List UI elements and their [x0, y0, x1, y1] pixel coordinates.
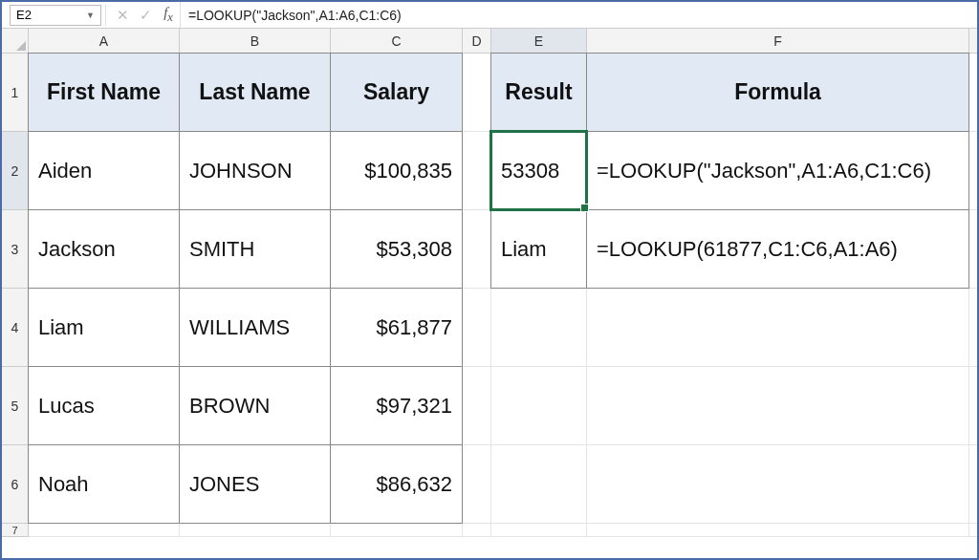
cell-A4[interactable]: Liam: [28, 288, 180, 367]
cell-D2[interactable]: [463, 132, 491, 210]
cell-B7[interactable]: [180, 524, 331, 537]
name-box-dropdown-icon[interactable]: ▼: [86, 11, 95, 20]
cell-F7[interactable]: [587, 524, 969, 537]
cell-F5[interactable]: [587, 367, 969, 445]
cell-B6[interactable]: JONES: [179, 444, 331, 524]
formula-input[interactable]: =LOOKUP("Jackson",A1:A6,C1:C6): [180, 2, 977, 28]
cell-C6[interactable]: $86,632: [330, 444, 463, 524]
cell-D7[interactable]: [463, 524, 491, 537]
formula-text: =LOOKUP("Jackson",A1:A6,C1:C6): [188, 8, 402, 23]
cell-F1[interactable]: Formula: [586, 53, 969, 132]
cell-A6[interactable]: Noah: [28, 444, 180, 524]
col-head-C[interactable]: C: [331, 29, 463, 54]
cell-D1[interactable]: [463, 54, 491, 132]
spreadsheet-grid: A B C D E F 1 First Name Last Name Salar…: [2, 29, 977, 537]
cell-A1[interactable]: First Name: [28, 53, 180, 132]
formula-bar: E2 ▼ ✕ ✓ fx =LOOKUP("Jackson",A1:A6,C1:C…: [2, 2, 977, 29]
cell-E3[interactable]: Liam: [490, 209, 587, 289]
col-head-A[interactable]: A: [29, 29, 180, 54]
fx-icon[interactable]: fx: [157, 5, 180, 25]
select-all-corner[interactable]: [2, 29, 29, 54]
name-box-value: E2: [16, 8, 32, 22]
cell-B3[interactable]: SMITH: [179, 209, 331, 289]
cell-E2[interactable]: 53308: [490, 131, 587, 210]
col-head-blank[interactable]: [969, 29, 979, 54]
cell-B5[interactable]: BROWN: [179, 366, 331, 445]
row-head-5[interactable]: 5: [2, 367, 29, 445]
cell-F4[interactable]: [587, 289, 969, 367]
name-box[interactable]: E2 ▼: [10, 5, 101, 26]
cell-D4[interactable]: [463, 289, 491, 367]
row-head-6[interactable]: 6: [2, 445, 29, 524]
cell-B2[interactable]: JOHNSON: [179, 131, 331, 210]
row-head-7[interactable]: 7: [2, 524, 29, 537]
cell-E4[interactable]: [491, 289, 587, 367]
cell-C4[interactable]: $61,877: [330, 288, 463, 367]
cell-D3[interactable]: [463, 210, 491, 289]
cell-E7[interactable]: [491, 524, 587, 537]
cell-C7[interactable]: [331, 524, 463, 537]
cell-C5[interactable]: $97,321: [330, 366, 463, 445]
row-head-3[interactable]: 3: [2, 210, 29, 289]
cell-E6[interactable]: [491, 445, 587, 524]
cell-C2[interactable]: $100,835: [330, 131, 463, 210]
cell-C1[interactable]: Salary: [330, 53, 463, 132]
cell-blank-2[interactable]: [969, 132, 979, 210]
cell-blank-3[interactable]: [969, 210, 979, 289]
cell-blank-4[interactable]: [969, 289, 979, 367]
enter-icon[interactable]: ✓: [134, 7, 157, 24]
row-head-1[interactable]: 1: [2, 54, 29, 132]
cell-A5[interactable]: Lucas: [28, 366, 180, 445]
cell-F3[interactable]: =LOOKUP(61877,C1:C6,A1:A6): [586, 209, 969, 289]
cell-A3[interactable]: Jackson: [28, 209, 180, 289]
row-head-2[interactable]: 2: [2, 132, 29, 210]
cell-blank-6[interactable]: [969, 445, 979, 524]
cancel-icon[interactable]: ✕: [111, 7, 134, 24]
cell-A7[interactable]: [29, 524, 180, 537]
cell-D6[interactable]: [463, 445, 491, 524]
cell-B4[interactable]: WILLIAMS: [179, 288, 331, 367]
col-head-F[interactable]: F: [587, 29, 969, 54]
cell-F6[interactable]: [587, 445, 969, 524]
cell-blank-1[interactable]: [969, 54, 979, 132]
cell-D5[interactable]: [463, 367, 491, 445]
cell-B1[interactable]: Last Name: [179, 53, 331, 132]
col-head-D[interactable]: D: [463, 29, 491, 54]
col-head-E[interactable]: E: [491, 29, 587, 54]
cell-C3[interactable]: $53,308: [330, 209, 463, 289]
row-head-4[interactable]: 4: [2, 289, 29, 367]
cell-E5[interactable]: [491, 367, 587, 445]
cell-E1[interactable]: Result: [490, 53, 587, 132]
cell-F2[interactable]: =LOOKUP("Jackson",A1:A6,C1:C6): [586, 131, 969, 210]
cell-A2[interactable]: Aiden: [28, 131, 180, 210]
col-head-B[interactable]: B: [180, 29, 331, 54]
cell-blank-7[interactable]: [969, 524, 979, 537]
cell-blank-5[interactable]: [969, 367, 979, 445]
